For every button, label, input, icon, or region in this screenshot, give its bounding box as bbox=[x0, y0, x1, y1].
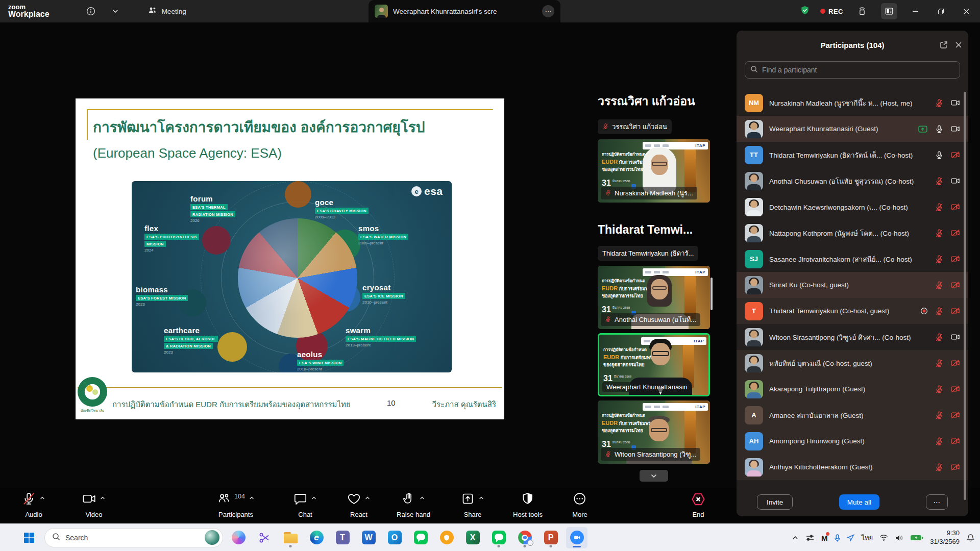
tray-mixer-icon[interactable] bbox=[805, 533, 815, 542]
participant-row[interactable]: Akarapong Tuljittraporn (Guest) bbox=[737, 376, 968, 402]
volume-icon[interactable] bbox=[895, 534, 903, 542]
share-tab-more-icon[interactable]: ⋯ bbox=[542, 5, 554, 17]
clock[interactable]: 9:30 31/3/2569 bbox=[930, 529, 960, 546]
chevron-up-icon[interactable] bbox=[478, 494, 484, 503]
avatar: TT bbox=[745, 146, 763, 164]
participant-row[interactable]: TThidarat Temwiriyakun (Co-host, guest) bbox=[737, 298, 968, 324]
taskbar-outlook-icon[interactable]: O bbox=[384, 527, 405, 548]
search-input[interactable] bbox=[762, 66, 954, 74]
taskbar-line2-icon[interactable] bbox=[488, 527, 509, 548]
video-tile-active-speaker[interactable]: ITAPการปฏิบัติตามข้อกำหนดEUDR กับการเตรี… bbox=[598, 333, 710, 396]
taskbar-explorer-icon[interactable] bbox=[280, 527, 301, 548]
video-on-icon bbox=[950, 124, 960, 134]
share-button[interactable]: Share bbox=[461, 492, 484, 518]
participant-row[interactable]: Detchawin Kaewsriwongsakorn (เ... (Co-ho… bbox=[737, 194, 968, 220]
participants-button[interactable]: 104Participants bbox=[217, 492, 255, 518]
taskbar-teams-icon[interactable]: T bbox=[332, 527, 353, 548]
close-icon[interactable] bbox=[959, 4, 974, 19]
filmstrip-scrollbar[interactable] bbox=[710, 278, 713, 310]
chevron-up-icon[interactable] bbox=[364, 494, 371, 503]
chevron-up-icon[interactable] bbox=[100, 494, 106, 503]
taskbar-word-icon[interactable]: W bbox=[358, 527, 379, 548]
participant-row[interactable]: Anthiya Kittichotteerakorn (Guest) bbox=[737, 454, 968, 480]
participant-row[interactable]: Anothai Chusuwan (อโนทัย ชูสุวรรณ) (Co-h… bbox=[737, 168, 968, 194]
filmstrip-chevron-down-icon[interactable] bbox=[640, 470, 668, 482]
chevron-up-icon[interactable] bbox=[311, 494, 317, 503]
participant-row[interactable]: หทัยทิพย์ บุตรมณี (Co-host, guest) bbox=[737, 350, 968, 376]
taskbar-powerpoint-icon[interactable]: P bbox=[540, 527, 561, 548]
participant-row[interactable]: AAmanee สถาบันฮาลาล (Guest) bbox=[737, 402, 968, 428]
tab-meeting[interactable]: Meeting bbox=[138, 0, 195, 22]
wifi-icon[interactable] bbox=[879, 534, 888, 541]
avatar: AH bbox=[745, 432, 763, 450]
participant-name: Weeraphart Khunrattanasiri (Guest) bbox=[769, 125, 912, 133]
participant-name: หทัยทิพย์ บุตรมณี (Co-host, guest) bbox=[769, 358, 928, 369]
share-icon bbox=[461, 492, 475, 508]
taskbar-excel-icon[interactable]: X bbox=[462, 527, 483, 548]
notification-bell-icon[interactable]: z bbox=[966, 534, 975, 542]
participants-more-button[interactable]: ⋯ bbox=[926, 494, 948, 510]
audio-button[interactable]: Audio bbox=[22, 492, 45, 518]
avatar: A bbox=[745, 406, 763, 424]
participant-row[interactable]: TTThidarat Temwiriyakun (ธิดารัตน์ เต็..… bbox=[737, 142, 968, 168]
raise-hand-button[interactable]: Raise hand bbox=[397, 492, 430, 518]
find-participant-search[interactable] bbox=[745, 61, 960, 79]
taskbar-zoom-icon[interactable] bbox=[566, 527, 587, 548]
participant-row[interactable]: Witoon Sirasantipong (วิฑูรย์ ศิรศา... (… bbox=[737, 324, 968, 350]
tab-screen-share[interactable]: Weeraphart Khunrattanasiri's scre ⋯ bbox=[369, 0, 560, 22]
search-highlight-image[interactable] bbox=[205, 530, 219, 545]
taskbar-edge-icon[interactable]: e bbox=[306, 527, 327, 548]
chevron-up-icon[interactable] bbox=[39, 494, 45, 503]
video-tile[interactable]: ITAPการปฏิบัติตามข้อกำหนดEUDR กับการเตรี… bbox=[598, 139, 710, 203]
screen-share-icon bbox=[918, 124, 928, 134]
close-panel-icon[interactable] bbox=[955, 41, 962, 48]
taskbar-security-icon[interactable] bbox=[436, 527, 457, 548]
popout-icon[interactable] bbox=[940, 41, 948, 49]
video-tile[interactable]: ITAPการปฏิบัติตามข้อกำหนดEUDR กับการเตรี… bbox=[598, 400, 710, 464]
participants-scrollbar[interactable] bbox=[964, 92, 966, 500]
participant-row[interactable]: NMNursakinah Madleah (นูรซากีนี๊ะ ห... (… bbox=[737, 90, 968, 116]
participant-name: Witoon Sirasantipong (วิฑูรย์ ศิรศา... (… bbox=[769, 332, 928, 343]
avatar bbox=[745, 224, 763, 242]
video-tile[interactable]: ITAPการปฏิบัติตามข้อกำหนดEUDR กับการเตรี… bbox=[598, 266, 710, 329]
recording-indicator[interactable]: REC bbox=[820, 8, 843, 15]
language-indicator[interactable]: ไทย bbox=[861, 533, 873, 543]
participant-row[interactable]: AHAmornpong Hirunwong (Guest) bbox=[737, 428, 968, 454]
battery-icon[interactable] bbox=[910, 534, 923, 541]
video-button[interactable]: Video bbox=[82, 492, 106, 518]
cast-icon[interactable] bbox=[853, 3, 871, 20]
chevron-up-icon[interactable] bbox=[249, 494, 255, 503]
chevron-down-icon[interactable] bbox=[107, 3, 124, 20]
taskbar-line-icon[interactable] bbox=[410, 527, 431, 548]
encryption-shield-icon[interactable] bbox=[800, 5, 810, 17]
m-app-icon[interactable]: M bbox=[821, 534, 828, 542]
participant-row[interactable]: Sirirat Ku (Co-host, guest) bbox=[737, 272, 968, 298]
meeting-info-icon[interactable] bbox=[82, 3, 100, 20]
tray-location-icon[interactable] bbox=[847, 534, 854, 541]
participant-row[interactable]: Nattapong Kothprom (นัฐพงษ์ โคต... (Co-h… bbox=[737, 220, 968, 246]
react-button[interactable]: React bbox=[347, 492, 371, 518]
mute-all-button[interactable]: Mute all bbox=[839, 494, 879, 510]
chat-button[interactable]: Chat bbox=[293, 492, 317, 518]
participant-row[interactable]: Weeraphart Khunrattanasiri (Guest) bbox=[737, 116, 968, 142]
taskbar-copilot-icon[interactable] bbox=[228, 527, 249, 548]
invite-button[interactable]: Invite bbox=[757, 494, 793, 510]
taskbar-snip-icon[interactable] bbox=[254, 527, 275, 548]
tray-chevron-up-icon[interactable] bbox=[792, 534, 799, 541]
end-button[interactable]: End bbox=[691, 492, 706, 518]
view-layout-icon[interactable] bbox=[881, 3, 897, 19]
minimize-icon[interactable] bbox=[908, 4, 923, 19]
participant-row[interactable]: SJSasanee Jirotvanitchakorn (สาสนีย์... … bbox=[737, 246, 968, 272]
mic-off-icon bbox=[935, 359, 944, 368]
more-button[interactable]: More bbox=[572, 492, 587, 518]
video-filmstrip: วรรณวิศา แก้วอ่อนวรรณวิศา แก้วอ่อนITAPกา… bbox=[597, 92, 714, 482]
taskbar-chrome-icon[interactable] bbox=[514, 527, 535, 548]
taskbar-search[interactable]: Search bbox=[44, 528, 223, 547]
chevron-up-icon[interactable] bbox=[419, 494, 425, 503]
host-tools-button[interactable]: Host tools bbox=[513, 492, 543, 518]
restore-icon[interactable] bbox=[933, 4, 948, 19]
tray-mic-in-use-icon[interactable] bbox=[834, 534, 841, 542]
participant-name: Sirirat Ku (Co-host, guest) bbox=[769, 281, 928, 289]
start-button-icon[interactable] bbox=[18, 527, 40, 548]
mic-off-icon bbox=[22, 492, 36, 508]
